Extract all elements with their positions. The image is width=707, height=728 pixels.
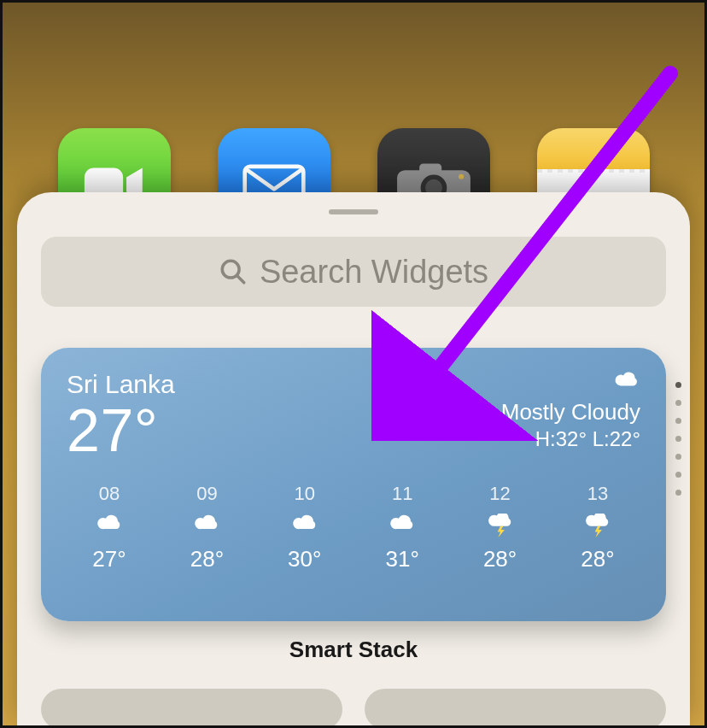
hour-label: 13 — [587, 483, 608, 505]
hourly-forecast-item: 1030° — [262, 483, 348, 572]
stack-page-dots[interactable] — [675, 382, 681, 496]
hourly-forecast-item: 0928° — [164, 483, 249, 572]
weather-hilo: H:32° L:22° — [501, 427, 640, 451]
page-dot[interactable] — [675, 418, 681, 424]
cloud-icon — [501, 370, 640, 394]
weather-widget-card[interactable]: Sri Lanka 27° Mostly Cloudy H:32° L:22° … — [41, 348, 666, 621]
next-widgets-row — [41, 689, 666, 728]
hour-temp: 31° — [386, 546, 419, 572]
sheet-grabber[interactable] — [329, 209, 378, 214]
page-dot[interactable] — [675, 490, 681, 496]
page-dot[interactable] — [675, 382, 681, 388]
page-dot[interactable] — [675, 472, 681, 478]
hourly-forecast-item: 1228° — [458, 483, 543, 572]
cloud-icon — [191, 514, 222, 537]
svg-rect-3 — [419, 163, 441, 173]
page-dot[interactable] — [675, 436, 681, 442]
widget-preview-placeholder[interactable] — [365, 689, 666, 728]
hourly-forecast-item: 0827° — [67, 483, 152, 572]
search-icon — [219, 257, 248, 286]
svg-line-8 — [237, 276, 243, 283]
search-placeholder: Search Widgets — [260, 254, 488, 291]
weather-current-temp: 27° — [67, 401, 175, 461]
weather-condition: Mostly Cloudy — [501, 399, 640, 426]
hour-temp: 28° — [581, 546, 614, 572]
cloud-icon — [94, 514, 125, 537]
widget-gallery-sheet[interactable]: Search Widgets Sri Lanka 27° Mostly Clou… — [17, 192, 690, 728]
cloud-icon — [387, 514, 418, 537]
hour-label: 08 — [99, 483, 120, 505]
hour-temp: 28° — [483, 546, 517, 572]
hour-label: 11 — [392, 483, 412, 505]
page-dot[interactable] — [675, 454, 681, 460]
hourly-forecast-row: 0827°0928°1030°1131°1228°1328° — [67, 483, 640, 572]
hour-temp: 27° — [92, 546, 126, 572]
storm-icon — [485, 514, 516, 537]
smart-stack-label: Smart Stack — [41, 637, 666, 663]
hour-label: 12 — [489, 483, 510, 505]
storm-icon — [582, 514, 613, 537]
hour-label: 09 — [196, 483, 217, 505]
hourly-forecast-item: 1328° — [555, 483, 640, 572]
hour-temp: 30° — [288, 546, 321, 572]
weather-location: Sri Lanka — [67, 370, 175, 399]
hour-temp: 28° — [190, 546, 224, 572]
hourly-forecast-item: 1131° — [359, 483, 445, 572]
page-dot[interactable] — [675, 400, 681, 406]
widget-preview-placeholder[interactable] — [41, 689, 342, 728]
svg-point-6 — [459, 174, 464, 179]
cloud-icon — [289, 514, 320, 537]
smart-stack-widget-wrap: Sri Lanka 27° Mostly Cloudy H:32° L:22° … — [41, 348, 666, 728]
search-field[interactable]: Search Widgets — [41, 237, 666, 307]
hour-label: 10 — [295, 483, 315, 505]
